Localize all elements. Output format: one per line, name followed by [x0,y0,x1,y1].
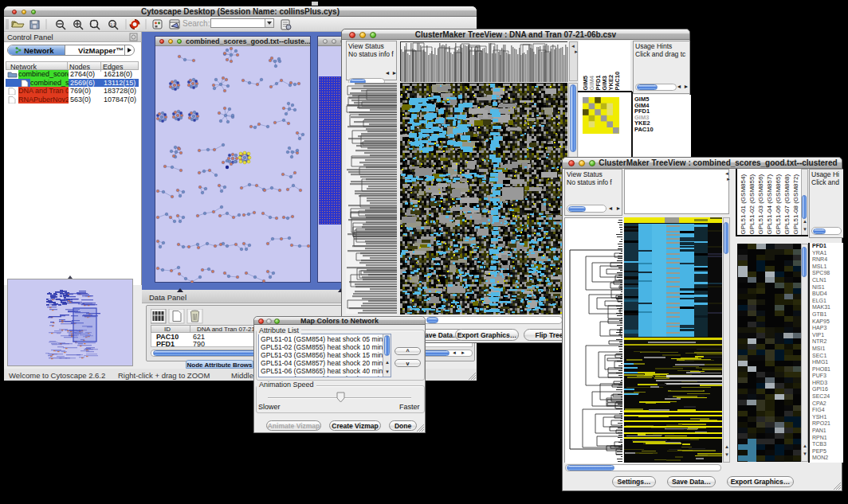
svg-text:1:1: 1:1 [110,22,116,27]
